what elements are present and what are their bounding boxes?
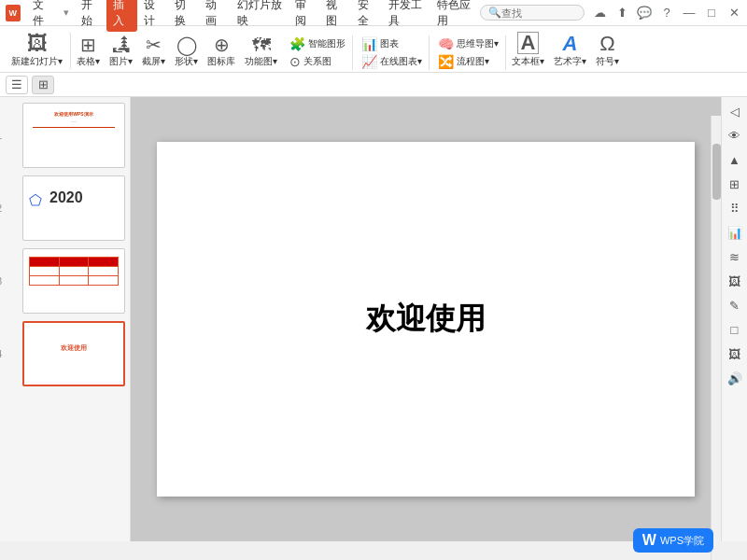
ribbon-chart[interactable]: 📊 图表 [359,35,425,52]
image-icon: 🏞 [112,35,131,54]
table-icon: ⊞ [80,35,96,54]
rs-flow-btn[interactable]: ≋ [725,246,745,267]
smart-icon: 🧩 [289,36,305,51]
online-chart-icon: 📈 [361,54,377,69]
vscrollbar[interactable] [711,116,721,560]
ribbon-iconlib[interactable]: ⊕ 图标库 [204,34,239,70]
toolbar2: ☰ ⊞ [0,73,747,97]
relation-icon: ⊙ [289,54,301,69]
new-slide-icon: 🖼 [27,34,48,54]
screenshot-label: 截屏▾ [142,55,165,68]
table-label: 表格▾ [77,55,100,68]
menu-slideshow[interactable]: 幻灯片放映 [231,0,289,32]
wps-logo: W [642,532,656,549]
list-view-icon: ☰ [11,77,22,91]
slide-num-3: 3 [0,276,2,287]
rs-collapse-btn[interactable]: ◁ [725,101,745,121]
menu-security[interactable]: 安全 [351,0,382,32]
symbol-label: 符号▾ [596,55,619,68]
ribbon-smart[interactable]: 🧩 智能图形 [287,35,348,52]
ribbon-online-chart[interactable]: 📈 在线图表▾ [359,53,425,70]
mindmap-label: 思维导图▾ [457,37,499,50]
ribbon-shape[interactable]: ◯ 形状▾ [171,34,202,70]
rs-shape-btn[interactable]: □ [725,319,745,340]
ribbon-funcmap[interactable]: 🗺 功能图▾ [241,34,281,70]
ribbon-arttext[interactable]: A 艺术字▾ [550,32,590,70]
slide-thumb-inner-4: 欢迎使用 [22,321,125,386]
rs-triangle-btn[interactable]: ▲ [725,149,745,170]
rs-image-btn[interactable]: 🖼 [725,271,745,291]
title-left: W 文件 ▾ 开始 插入 设计 切换 动画 幻灯片放映 审阅 视图 安全 开发工… [6,0,480,32]
symbol-icon: Ω [599,34,614,54]
rs-img2-btn[interactable]: 🖼 [725,343,745,364]
max-button[interactable]: □ [704,6,719,21]
help-icon[interactable]: ? [659,6,674,21]
ribbon-table[interactable]: ⊞ 表格▾ [73,34,104,70]
funcmap-label: 功能图▾ [245,55,277,68]
list-view-btn[interactable]: ☰ [6,76,28,94]
slide-thumb-2[interactable]: 2 ⬠ 2020 [4,175,126,241]
grid-view-btn[interactable]: ⊞ [32,76,54,94]
slide-main-text: 欢迎使用 [366,299,486,340]
smart-label: 智能图形 [308,37,345,50]
slide-thumb-inner-1: 欢迎使用WPS演示 ...... [22,103,125,168]
wps-text: WPS学院 [660,534,704,548]
menu-insert[interactable]: 插入 [106,0,137,32]
slide-num-4: 4 [0,349,2,359]
menu-special[interactable]: 特色应用 [430,0,480,32]
iconlib-icon: ⊕ [214,35,230,54]
search-input[interactable] [501,7,576,19]
title-right: 🔍 ☁ ⬆ 💬 ? — □ ✕ [480,5,741,21]
slide-canvas[interactable]: 欢迎使用 [157,142,695,497]
rs-eye-btn[interactable]: 👁 [725,125,745,146]
menu-home[interactable]: 开始 [75,0,106,32]
cloud-icon[interactable]: ☁ [592,6,607,21]
slide-thumb-1[interactable]: 1 ★ 欢迎使用WPS演示 ...... [4,103,126,168]
share-icon[interactable]: ⬆ [614,6,629,21]
rs-grid-btn[interactable]: ⠿ [725,198,745,218]
ribbon-new-slide[interactable]: 🖼 新建幻灯片▾ [7,32,71,70]
ribbon-symbol[interactable]: Ω 符号▾ [592,32,623,70]
menu-view[interactable]: 视图 [319,0,350,32]
comment-icon[interactable]: 💬 [637,6,652,21]
screenshot-icon: ✂ [146,35,162,54]
shape-label: 形状▾ [175,55,198,68]
ribbon-relation[interactable]: ⊙ 关系图 [287,53,348,70]
search-box[interactable]: 🔍 [480,5,585,21]
chart-icon: 📊 [361,36,377,51]
min-button[interactable]: — [682,6,697,21]
rs-table-btn[interactable]: ⊞ [725,174,745,194]
ribbon-textbox[interactable]: A 文本框▾ [508,30,548,70]
file-menu[interactable]: 文件 [26,0,59,32]
ribbon-chart-col: 📊 图表 📈 在线图表▾ [355,35,430,70]
menu-animate[interactable]: 动画 [199,0,230,32]
ribbon-mindmap[interactable]: 🧠 思维导图▾ [435,35,501,52]
rs-edit-btn[interactable]: ✎ [725,295,745,315]
titlebar: W 文件 ▾ 开始 插入 设计 切换 动画 幻灯片放映 审阅 视图 安全 开发工… [0,0,747,26]
slide-thumb-3[interactable]: 3 [4,248,126,314]
menu-review[interactable]: 审阅 [289,0,319,32]
close-button[interactable]: ✕ [726,6,741,21]
slide-thumb-4[interactable]: 4 欢迎使用 [4,321,126,386]
vscrollbar-thumb[interactable] [712,144,721,200]
menu-bar: 开始 插入 设计 切换 动画 幻灯片放映 审阅 视图 安全 开发工具 特色应用 [75,0,480,32]
slide-num-1: 1 [0,131,2,141]
ribbon: 🖼 新建幻灯片▾ ⊞ 表格▾ 🏞 图片▾ ✂ 截屏▾ ◯ 形状▾ ⊕ 图标库 [0,26,747,73]
ribbon-flowchart[interactable]: 🔀 流程图▾ [435,53,501,70]
menu-design[interactable]: 设计 [137,0,168,32]
ribbon-screenshot[interactable]: ✂ 截屏▾ [138,34,169,70]
rs-chart-btn[interactable]: 📊 [725,222,745,243]
menu-switch[interactable]: 切换 [168,0,199,32]
arttext-label: 艺术字▾ [554,55,586,68]
rs-volume-btn[interactable]: 🔊 [725,368,745,388]
ribbon-mindmap-col: 🧠 思维导图▾ 🔀 流程图▾ [431,35,506,70]
wps-badge[interactable]: W WPS学院 [633,528,713,553]
canvas-area[interactable]: 欢迎使用 [131,97,721,541]
menu-devtools[interactable]: 开发工具 [382,0,431,32]
funcmap-icon: 🗺 [252,35,271,54]
textbox-label: 文本框▾ [512,55,544,68]
ribbon-image[interactable]: 🏞 图片▾ [106,34,136,70]
image-label: 图片▾ [109,55,133,68]
chart-label: 图表 [380,37,399,50]
grid-view-icon: ⊞ [38,77,49,91]
